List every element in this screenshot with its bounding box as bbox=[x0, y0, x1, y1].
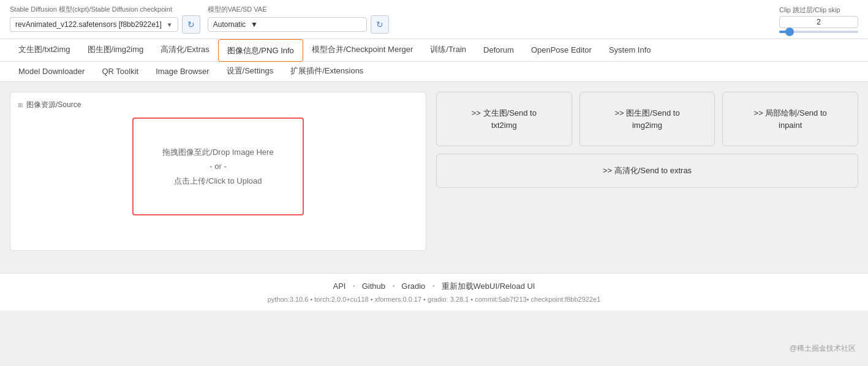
tab-image-browser[interactable]: Image Browser bbox=[147, 62, 217, 81]
vae-value: Automatic bbox=[213, 20, 246, 29]
tab-qr-toolkit[interactable]: QR Toolkit bbox=[93, 62, 147, 81]
tab-extensions[interactable]: 扩展插件/Extensions bbox=[282, 62, 372, 81]
clip-label: Clip 跳过层/Clip skip bbox=[779, 6, 858, 15]
send-to-txt2img-button[interactable]: >> 文生图/Send totxt2img bbox=[436, 92, 572, 146]
api-link[interactable]: API bbox=[333, 282, 346, 291]
clip-value: 2 bbox=[779, 16, 858, 28]
panel-header-label: 图像资源/Source bbox=[26, 100, 81, 110]
clip-section: Clip 跳过层/Clip skip 2 bbox=[779, 6, 858, 33]
send-to-inpaint-button[interactable]: >> 局部绘制/Send toinpaint bbox=[722, 92, 858, 146]
clip-slider[interactable] bbox=[779, 31, 858, 33]
vae-select[interactable]: Automatic ▼ bbox=[208, 17, 367, 32]
watermark: @稀土掘金技术社区 bbox=[790, 343, 856, 354]
send-to-img2img-button[interactable]: >> 图生图/Send toimg2img bbox=[579, 92, 715, 146]
model-label: Stable Diffusion 模型(ckpt)/Stable Diffusi… bbox=[10, 5, 200, 14]
vae-row: Automatic ▼ ↻ bbox=[208, 15, 389, 34]
upload-line2: - or - bbox=[209, 159, 226, 173]
tab-settings[interactable]: 设置/Settings bbox=[218, 62, 282, 81]
vae-refresh-icon: ↻ bbox=[376, 20, 383, 29]
separator2: ・ bbox=[390, 282, 398, 291]
tab-extras[interactable]: 高清化/Extras bbox=[152, 39, 217, 61]
tab-train[interactable]: 训练/Train bbox=[421, 39, 475, 61]
model-row: revAnimated_v122.safetensors [f8bb2922e1… bbox=[10, 15, 200, 34]
vae-section: 模型的VAE/SD VAE Automatic ▼ ↻ bbox=[208, 5, 389, 34]
tab-model-downloader[interactable]: Model Downloader bbox=[10, 62, 93, 81]
model-refresh-button[interactable]: ↻ bbox=[182, 15, 200, 34]
panel-header: ⊞ 图像资源/Source bbox=[18, 100, 418, 110]
send-extras-label: >> 高清化/Send to extras bbox=[603, 166, 692, 175]
reload-link[interactable]: 重新加载WebUI/Reload UI bbox=[442, 282, 535, 291]
tab-img2img[interactable]: 图生图/img2img bbox=[79, 39, 153, 61]
upload-zone[interactable]: 拖拽图像至此/Drop Image Here - or - 点击上传/Click… bbox=[132, 118, 304, 215]
send-buttons-row: >> 文生图/Send totxt2img >> 图生图/Send toimg2… bbox=[436, 92, 858, 146]
nav-tabs-row2: Model Downloader QR Toolkit Image Browse… bbox=[0, 62, 868, 82]
separator1: ・ bbox=[350, 282, 358, 291]
tab-txt2img[interactable]: 文生图/txt2img bbox=[10, 39, 79, 61]
right-panel: >> 文生图/Send totxt2img >> 图生图/Send toimg2… bbox=[436, 92, 858, 188]
send-inpaint-label: >> 局部绘制/Send toinpaint bbox=[754, 108, 827, 130]
vae-arrow-icon: ▼ bbox=[251, 20, 258, 29]
upload-line1: 拖拽图像至此/Drop Image Here bbox=[162, 145, 273, 159]
model-section: Stable Diffusion 模型(ckpt)/Stable Diffusi… bbox=[10, 5, 200, 34]
vae-refresh-button[interactable]: ↻ bbox=[371, 15, 389, 34]
footer-links: API ・ Github ・ Gradio ・ 重新加载WebUI/Reload… bbox=[10, 281, 858, 292]
panel-header-icon: ⊞ bbox=[18, 102, 23, 108]
footer-info: python:3.10.6 • torch:2.0.0+cu118 • xfor… bbox=[10, 296, 858, 303]
tab-sysinfo[interactable]: System Info bbox=[600, 39, 660, 61]
refresh-icon: ↻ bbox=[187, 20, 195, 29]
nav-tabs-row1: 文生图/txt2img 图生图/img2img 高清化/Extras 图像信息/… bbox=[0, 39, 868, 62]
upload-line3: 点击上传/Click to Upload bbox=[174, 174, 262, 188]
github-link[interactable]: Github bbox=[362, 282, 385, 291]
footer: API ・ Github ・ Gradio ・ 重新加载WebUI/Reload… bbox=[0, 273, 868, 310]
left-panel: ⊞ 图像资源/Source 拖拽图像至此/Drop Image Here - o… bbox=[10, 92, 426, 251]
separator3: ・ bbox=[429, 282, 437, 291]
top-bar: Stable Diffusion 模型(ckpt)/Stable Diffusi… bbox=[0, 0, 868, 39]
model-select[interactable]: revAnimated_v122.safetensors [f8bb2922e1… bbox=[10, 17, 178, 32]
send-to-extras-button[interactable]: >> 高清化/Send to extras bbox=[436, 154, 858, 188]
main-content: ⊞ 图像资源/Source 拖拽图像至此/Drop Image Here - o… bbox=[0, 82, 868, 261]
tab-pnginfo[interactable]: 图像信息/PNG Info bbox=[218, 39, 303, 62]
send-txt2img-label: >> 文生图/Send totxt2img bbox=[472, 108, 537, 130]
vae-label: 模型的VAE/SD VAE bbox=[208, 5, 389, 14]
clip-row: 2 bbox=[779, 16, 858, 33]
model-arrow-icon: ▼ bbox=[167, 21, 173, 28]
tab-checkpoint[interactable]: 模型合并/Checkpoint Merger bbox=[303, 39, 421, 61]
model-value: revAnimated_v122.safetensors [f8bb2922e1… bbox=[15, 20, 162, 29]
tab-openpose[interactable]: OpenPose Editor bbox=[523, 39, 600, 61]
tab-deforum[interactable]: Deforum bbox=[475, 39, 523, 61]
gradio-link[interactable]: Gradio bbox=[401, 282, 425, 291]
send-img2img-label: >> 图生图/Send toimg2img bbox=[614, 108, 679, 130]
